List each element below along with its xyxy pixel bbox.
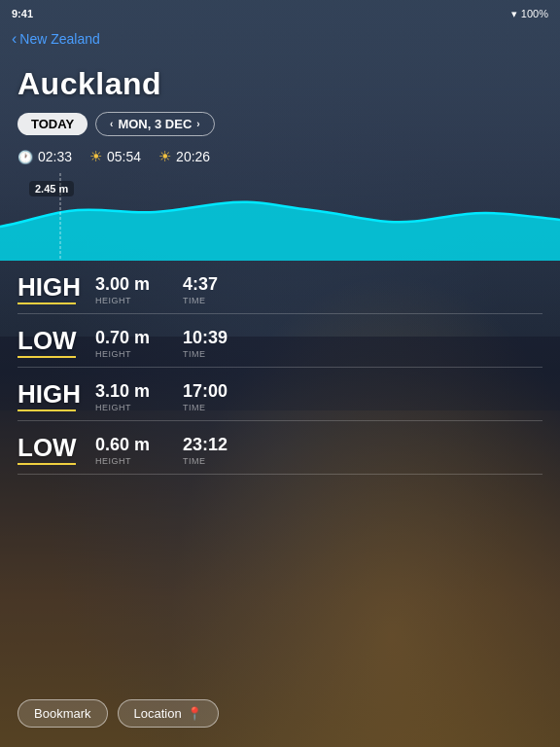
tide-time-sub-3: TIME [183, 403, 228, 412]
tide-time-value-4: 23:12 [183, 435, 228, 455]
tide-time-sub-2: TIME [183, 349, 228, 359]
tab-today-label: TODAY [31, 117, 74, 131]
tide-type-low-2: LOW [18, 433, 95, 463]
tide-type-high-1: HIGH [18, 272, 95, 302]
tide-height-block-3: 3.10 m HEIGHT [95, 381, 183, 412]
tide-time-block-1: 4:37 TIME [183, 274, 218, 305]
status-icons: ▾ 100% [511, 8, 548, 20]
date-tabs: TODAY ‹ MON, 3 DEC › [0, 108, 560, 144]
tide-height-sub-1: HEIGHT [95, 296, 183, 305]
tide-section: HIGH 3.00 m HEIGHT 4:37 TIME LOW 0.70 m … [0, 261, 560, 686]
back-button[interactable]: ‹ New Zealand [12, 31, 100, 47]
tab-date[interactable]: ‹ MON, 3 DEC › [95, 112, 215, 136]
nav-bar: ‹ New Zealand [0, 23, 560, 58]
tide-height-sub-4: HEIGHT [95, 456, 183, 466]
sun-time-clock: 02:33 [38, 149, 72, 164]
tide-time-sub-1: TIME [183, 296, 218, 305]
sunrise-icon: ☀ [89, 148, 102, 165]
back-label: New Zealand [19, 31, 100, 47]
tide-height-block-1: 3.00 m HEIGHT [95, 274, 183, 305]
tide-time-value-2: 10:39 [183, 328, 228, 348]
tide-height-block-2: 0.70 m HEIGHT [95, 328, 183, 359]
tab-chevron-right-icon: › [196, 119, 199, 129]
tide-time-value-1: 4:37 [183, 274, 218, 295]
tide-height-value-4: 0.60 m [95, 435, 183, 455]
wave-current-label: 2.45 m [29, 181, 74, 196]
city-name: Auckland [18, 66, 542, 102]
tide-height-value-2: 0.70 m [95, 328, 183, 348]
wifi-icon: ▾ [511, 8, 517, 20]
tab-date-label: MON, 3 DEC [118, 117, 192, 131]
tide-time-value-3: 17:00 [183, 381, 228, 402]
tide-type-low-1: LOW [18, 326, 95, 356]
location-label: Location [134, 706, 182, 721]
tide-height-value-1: 3.00 m [95, 274, 183, 295]
status-time: 9:41 [12, 8, 33, 19]
sun-item-sunset: ☀ 20:26 [158, 148, 210, 165]
clock-icon: 🕐 [18, 150, 33, 164]
tab-today[interactable]: TODAY [18, 113, 88, 135]
bookmark-label: Bookmark [34, 706, 91, 721]
tide-time-block-3: 17:00 TIME [183, 381, 228, 412]
location-button[interactable]: Location 📍 [118, 699, 219, 728]
sun-time-set: 20:26 [176, 149, 210, 164]
location-pin-icon: 📍 [187, 706, 202, 721]
table-row: LOW 0.60 m HEIGHT 23:12 TIME [18, 421, 542, 475]
tide-time-sub-4: TIME [183, 456, 228, 466]
tide-height-value-3: 3.10 m [95, 381, 183, 402]
bottom-buttons: Bookmark Location 📍 [0, 686, 560, 747]
tide-height-sub-3: HEIGHT [95, 403, 183, 412]
table-row: HIGH 3.00 m HEIGHT 4:37 TIME [18, 261, 542, 314]
sun-item-sunrise: ☀ 05:54 [89, 148, 141, 165]
tide-time-block-2: 10:39 TIME [183, 328, 228, 359]
tide-height-sub-2: HEIGHT [95, 349, 183, 359]
battery-label: 100% [521, 8, 548, 19]
tab-chevron-left-icon: ‹ [110, 119, 113, 129]
sun-time-rise: 05:54 [107, 149, 141, 164]
wave-svg [0, 173, 560, 261]
wave-chart: 2.45 m [0, 173, 560, 261]
sun-item-clock: 🕐 02:33 [18, 149, 72, 164]
status-bar: 9:41 ▾ 100% [0, 0, 560, 23]
tide-time-block-4: 23:12 TIME [183, 435, 228, 466]
sun-info: 🕐 02:33 ☀ 05:54 ☀ 20:26 [0, 144, 560, 173]
bookmark-button[interactable]: Bookmark [18, 699, 108, 728]
table-row: HIGH 3.10 m HEIGHT 17:00 TIME [18, 368, 542, 421]
sunset-icon: ☀ [158, 148, 171, 165]
table-row: LOW 0.70 m HEIGHT 10:39 TIME [18, 314, 542, 368]
tide-type-high-2: HIGH [18, 379, 95, 409]
back-chevron-icon: ‹ [12, 31, 17, 47]
tide-height-block-4: 0.60 m HEIGHT [95, 435, 183, 466]
city-section: Auckland [0, 58, 560, 108]
